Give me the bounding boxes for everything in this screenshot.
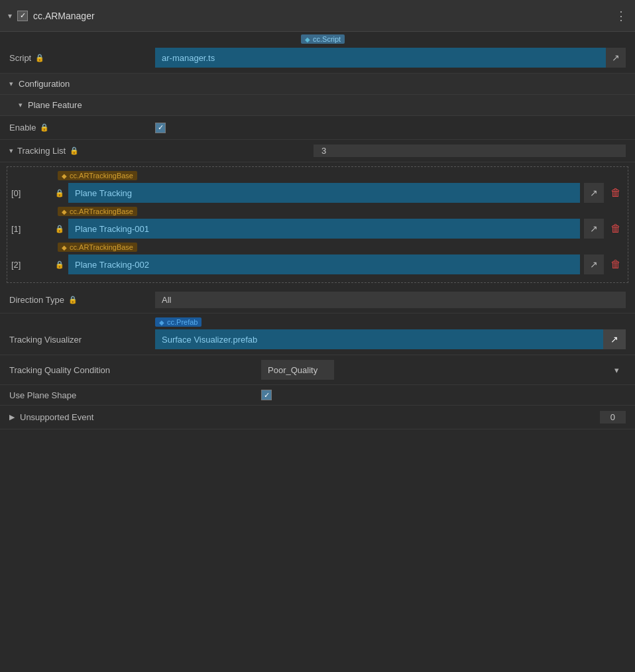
tracking-item-1-lock-icon: 🔒 xyxy=(55,225,64,233)
tracking-item-0-badge: ◆ cc.ARTrackingBase xyxy=(58,171,137,180)
plane-feature-section-header[interactable]: ▾ Plane Feature xyxy=(0,95,635,116)
tracking-visualizer-link-button[interactable]: ↗ xyxy=(603,329,626,349)
enable-label-text: Enable xyxy=(9,123,36,133)
tracking-item-1-badge-label: cc.ARTrackingBase xyxy=(70,207,133,215)
tracking-item-1-delete-button[interactable]: 🗑 xyxy=(608,219,624,239)
tracking-visualizer-section: ◆ cc.Prefab Tracking Visualizer ↗ xyxy=(0,313,635,355)
link-icon-2: ↗ xyxy=(590,259,598,270)
script-badge: ◆ cc.Script xyxy=(301,34,345,44)
tracking-item-0-delete-button[interactable]: 🗑 xyxy=(608,183,624,203)
tracking-item-2-diamond-icon: ◆ xyxy=(62,244,67,251)
unsupported-event-label: Unsupported Event xyxy=(20,412,600,422)
link-icon-1: ↗ xyxy=(590,223,598,234)
panel-header: ▾ ✓ cc.ARManager ⋮ xyxy=(0,0,635,32)
direction-type-lock-icon: 🔒 xyxy=(68,296,78,304)
plane-feature-arrow-icon: ▾ xyxy=(19,101,23,109)
tracking-item-1-input[interactable] xyxy=(68,219,580,239)
tracking-item-0-lock-icon: 🔒 xyxy=(55,189,64,197)
tracking-item-0-input[interactable] xyxy=(68,183,580,203)
check-icon: ✓ xyxy=(20,11,26,20)
enable-value: ✓ xyxy=(155,123,626,133)
script-input[interactable] xyxy=(155,48,606,68)
delete-icon-2: 🗑 xyxy=(610,258,621,270)
enable-lock-icon: 🔒 xyxy=(40,123,49,132)
unsupported-event-value: 0 xyxy=(600,411,626,423)
tracking-item-1-badge: ◆ cc.ARTrackingBase xyxy=(58,207,137,216)
enable-check-icon: ✓ xyxy=(158,123,164,132)
unsupported-event-arrow-icon: ▶ xyxy=(9,413,15,421)
delete-icon-0: 🗑 xyxy=(610,187,621,199)
tracking-item-0-index: [0] xyxy=(11,188,51,198)
direction-type-label-text: Direction Type xyxy=(9,295,64,305)
tracking-list-arrow-icon[interactable]: ▾ xyxy=(9,146,13,155)
tracking-quality-row: Tracking Quality Condition Poor_Quality … xyxy=(0,355,635,385)
tracking-item-1-index: [1] xyxy=(11,224,51,234)
use-plane-shape-check-icon: ✓ xyxy=(264,391,270,400)
visualizer-diamond-icon: ◆ xyxy=(159,319,164,326)
tracking-item-2-lock-icon: 🔒 xyxy=(55,260,64,269)
visualizer-badge-label: cc.Prefab xyxy=(167,318,198,326)
configuration-title: Configuration xyxy=(19,79,70,89)
script-lock-icon: 🔒 xyxy=(35,54,44,62)
script-badge-label: cc.Script xyxy=(313,35,341,43)
tracking-visualizer-badge: ◆ cc.Prefab xyxy=(155,317,202,327)
tracking-item-0: ◆ cc.ARTrackingBase [0] 🔒 ↗ 🗑 xyxy=(11,171,624,204)
script-diamond-icon: ◆ xyxy=(305,36,310,43)
tracking-item-1: ◆ cc.ARTrackingBase [1] 🔒 ↗ 🗑 xyxy=(11,207,624,240)
tracking-item-2-delete-button[interactable]: 🗑 xyxy=(608,254,624,274)
panel-title: cc.ARManager xyxy=(33,11,615,21)
collapse-arrow-icon[interactable]: ▾ xyxy=(8,11,12,21)
script-label: Script 🔒 xyxy=(9,53,155,63)
tracking-list-lock-icon: 🔒 xyxy=(70,146,79,155)
configuration-section-header[interactable]: ▾ Configuration xyxy=(0,74,635,95)
direction-type-label: Direction Type 🔒 xyxy=(9,295,155,305)
direction-type-row: Direction Type 🔒 All xyxy=(0,287,635,313)
tracking-visualizer-input[interactable] xyxy=(155,329,603,349)
tracking-item-0-badge-label: cc.ARTrackingBase xyxy=(70,172,133,180)
tracking-visualizer-label-text: Tracking Visualizer xyxy=(9,335,82,345)
tracking-item-0-diamond-icon: ◆ xyxy=(62,172,67,180)
delete-icon-1: 🗑 xyxy=(610,223,621,235)
script-input-wrap: ↗ xyxy=(155,48,626,68)
tracking-visualizer-label: Tracking Visualizer xyxy=(9,335,155,345)
tracking-item-2-index: [2] xyxy=(11,260,51,270)
tracking-item-2-row: [2] 🔒 ↗ 🗑 xyxy=(11,253,624,276)
tracking-item-1-diamond-icon: ◆ xyxy=(62,208,67,215)
tracking-items-container: ◆ cc.ARTrackingBase [0] 🔒 ↗ 🗑 xyxy=(7,166,628,283)
direction-type-value: All xyxy=(155,292,626,308)
tracking-item-1-row: [1] 🔒 ↗ 🗑 xyxy=(11,217,624,240)
enable-row: Enable 🔒 ✓ xyxy=(0,116,635,140)
script-label-text: Script xyxy=(9,53,31,63)
ar-manager-panel: ▾ ✓ cc.ARManager ⋮ ◆ cc.Script Script 🔒 … xyxy=(0,0,635,429)
tracking-list-label-wrap: Tracking List 🔒 xyxy=(17,146,314,156)
tracking-list-header: ▾ Tracking List 🔒 3 xyxy=(0,140,635,162)
configuration-arrow-icon: ▾ xyxy=(9,80,13,88)
tracking-item-1-link-button[interactable]: ↗ xyxy=(584,219,604,239)
tracking-visualizer-row: Tracking Visualizer ↗ xyxy=(9,329,626,349)
enable-checkbox-input[interactable]: ✓ xyxy=(155,123,166,133)
tracking-list-count: 3 xyxy=(314,144,626,157)
plane-feature-title: Plane Feature xyxy=(28,100,82,110)
tracking-item-2-badge: ◆ cc.ARTrackingBase xyxy=(58,243,137,252)
tracking-item-0-row: [0] 🔒 ↗ 🗑 xyxy=(11,182,624,204)
script-row: Script 🔒 ↗ xyxy=(0,45,635,73)
tracking-quality-label: Tracking Quality Condition xyxy=(9,365,261,375)
tracking-item-2-input[interactable] xyxy=(68,254,580,274)
more-options-button[interactable]: ⋮ xyxy=(615,9,627,23)
enable-label: Enable 🔒 xyxy=(9,123,155,133)
unsupported-event-header[interactable]: ▶ Unsupported Event 0 xyxy=(0,406,635,429)
link-icon: ↗ xyxy=(612,52,620,63)
use-plane-shape-label: Use Plane Shape xyxy=(9,390,261,400)
tracking-quality-select[interactable]: Poor_Quality Good_Quality Normal_Quality xyxy=(261,360,334,380)
tracking-item-2: ◆ cc.ARTrackingBase [2] 🔒 ↗ 🗑 xyxy=(11,243,624,276)
enable-checkbox[interactable]: ✓ xyxy=(17,11,28,21)
use-plane-shape-row: Use Plane Shape ✓ xyxy=(0,385,635,406)
tracking-item-2-link-button[interactable]: ↗ xyxy=(584,254,604,274)
script-link-button[interactable]: ↗ xyxy=(606,48,626,68)
vis-link-icon: ↗ xyxy=(610,334,618,345)
use-plane-shape-checkbox[interactable]: ✓ xyxy=(261,390,272,400)
tracking-item-0-link-button[interactable]: ↗ xyxy=(584,183,604,203)
script-section: ◆ cc.Script Script 🔒 ↗ xyxy=(0,32,635,74)
tracking-list-label-text: Tracking List xyxy=(17,146,66,156)
tracking-item-2-badge-label: cc.ARTrackingBase xyxy=(70,243,133,251)
